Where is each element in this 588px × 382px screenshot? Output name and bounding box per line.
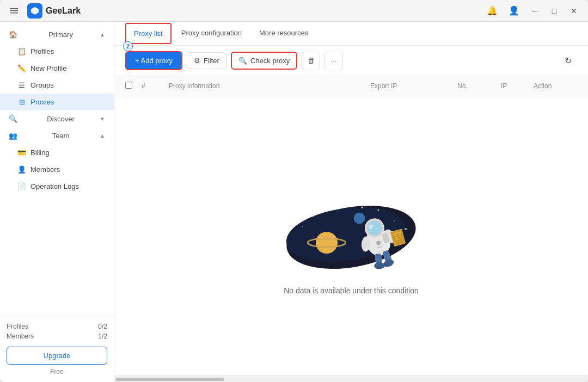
sidebar-section-discover[interactable]: 🔍 Discover ▼: [0, 110, 114, 127]
empty-state: No data is available under this conditio…: [114, 96, 588, 375]
tab-proxy-configuration[interactable]: Proxy configuration: [174, 23, 249, 44]
empty-state-message: No data is available under this conditio…: [284, 286, 419, 295]
svg-rect-1: [10, 10, 18, 11]
members-label: Members: [30, 165, 60, 174]
tab-more-resources[interactable]: More resources: [252, 23, 316, 44]
delete-button[interactable]: 🗑: [302, 52, 320, 70]
content-area: Proxy list Proxy configuration More reso…: [114, 22, 588, 382]
app-name: GeeLark: [46, 6, 81, 16]
col-action-header: Action: [534, 82, 577, 90]
col-check: [125, 82, 142, 90]
profiles-usage-value: 0/2: [98, 323, 107, 330]
svg-rect-2: [10, 13, 18, 14]
astronaut-illustration: [270, 177, 433, 275]
profiles-label: Profiles: [30, 47, 54, 56]
main-layout: 🏠 Primary ▲ 📋 Profiles ✏️ New Profile ☰ …: [0, 22, 588, 382]
refresh-icon: ↻: [565, 56, 572, 66]
sidebar-item-billing[interactable]: 💳 Billing: [0, 144, 114, 161]
more-options-button[interactable]: ···: [324, 52, 343, 70]
team-section-label: Team: [52, 132, 70, 140]
tabs-container: Proxy list Proxy configuration More reso…: [114, 22, 588, 46]
table-header: # Proxy information Export IP No. IP Act…: [114, 76, 588, 96]
sidebar-item-members[interactable]: 👤 Members: [0, 161, 114, 178]
select-all-checkbox[interactable]: [125, 82, 132, 89]
add-proxy-button[interactable]: + Add proxy: [125, 51, 182, 70]
svg-point-10: [405, 228, 407, 230]
titlebar: GeeLark 🔔 👤 ─ □ ✕: [0, 0, 588, 22]
minimize-button[interactable]: ─: [527, 3, 542, 19]
titlebar-right: 🔔 👤 ─ □ ✕: [483, 2, 581, 20]
profiles-icon: 📋: [17, 47, 26, 56]
operation-logs-label: Operation Logs: [30, 182, 79, 190]
app-window: GeeLark 🔔 👤 ─ □ ✕ 🏠 Primary ▲ 📋: [0, 0, 588, 382]
check-proxy-search-icon: 🔍: [238, 57, 247, 65]
primary-section-label: Primary: [48, 30, 73, 39]
check-proxy-label: Check proxy: [250, 57, 290, 65]
filter-label: Filter: [204, 57, 219, 65]
members-usage-value: 1/2: [98, 332, 107, 340]
col-ip-header: IP: [501, 82, 534, 90]
refresh-button[interactable]: ↻: [559, 52, 577, 70]
sidebar-footer: Profiles 0/2 Members 1/2 Upgrade Free: [0, 316, 114, 382]
svg-point-9: [362, 206, 363, 208]
close-button[interactable]: ✕: [566, 3, 581, 19]
sidebar-content: 🏠 Primary ▲ 📋 Profiles ✏️ New Profile ☰ …: [0, 22, 114, 316]
sidebar-item-proxies[interactable]: ⊞ Proxies: [0, 94, 114, 110]
new-profile-label: New Profile: [30, 64, 66, 72]
sidebar-item-profiles[interactable]: 📋 Profiles: [0, 43, 114, 60]
proxies-icon: ⊞: [17, 98, 26, 106]
new-profile-icon: ✏️: [17, 64, 26, 72]
members-usage-label: Members: [7, 332, 34, 340]
groups-label: Groups: [30, 81, 54, 89]
operation-logs-icon: 📄: [17, 182, 26, 190]
sidebar: 🏠 Primary ▲ 📋 Profiles ✏️ New Profile ☰ …: [0, 22, 114, 382]
delete-icon: 🗑: [308, 57, 315, 65]
scrollbar-area: [114, 375, 588, 382]
sidebar-item-operation-logs[interactable]: 📄 Operation Logs: [0, 178, 114, 195]
toolbar: 2 + Add proxy ⚙ Filter 🔍 Check proxy 🗑 ·…: [114, 46, 588, 76]
team-chevron: ▲: [100, 133, 105, 139]
sidebar-section-primary[interactable]: 🏠 Primary ▲: [0, 26, 114, 43]
billing-label: Billing: [30, 149, 50, 157]
more-icon: ···: [331, 57, 337, 65]
titlebar-left: GeeLark: [7, 3, 81, 19]
notification-button[interactable]: 🔔: [483, 2, 501, 20]
svg-point-11: [316, 232, 338, 254]
check-proxy-button[interactable]: 🔍 Check proxy: [231, 52, 297, 70]
profiles-usage-label: Profiles: [7, 323, 28, 330]
col-number-header: #: [142, 82, 169, 90]
sidebar-section-team[interactable]: 👥 Team ▲: [0, 127, 114, 144]
proxies-label: Proxies: [30, 98, 54, 106]
col-no-header: No.: [457, 82, 501, 90]
discover-chevron: ▼: [100, 116, 105, 122]
primary-section-icon: 🏠: [9, 30, 17, 39]
sidebar-item-new-profile[interactable]: ✏️ New Profile: [0, 60, 114, 77]
upgrade-button[interactable]: Upgrade: [7, 347, 107, 365]
primary-chevron: ▲: [100, 32, 105, 38]
sidebar-item-groups[interactable]: ☰ Groups: [0, 77, 114, 94]
team-section-icon: 👥: [9, 132, 17, 140]
members-icon: 👤: [17, 165, 26, 174]
sidebar-toggle-button[interactable]: [7, 3, 22, 19]
groups-icon: ☰: [17, 81, 26, 89]
discover-section-label: Discover: [47, 115, 75, 123]
svg-point-7: [394, 220, 395, 221]
maximize-button[interactable]: □: [547, 3, 562, 19]
tab-proxy-list[interactable]: Proxy list: [125, 23, 171, 44]
filter-icon: ⚙: [194, 57, 200, 65]
svg-point-6: [378, 209, 379, 211]
col-export-header: Export IP: [370, 82, 457, 90]
profiles-usage-row: Profiles 0/2: [7, 323, 107, 330]
plan-label: Free: [7, 368, 107, 375]
billing-icon: 💳: [17, 149, 26, 157]
app-logo: GeeLark: [27, 3, 81, 19]
user-avatar-button[interactable]: 👤: [505, 2, 523, 20]
members-usage-row: Members 1/2: [7, 332, 107, 340]
col-info-header: Proxy information: [169, 82, 370, 90]
svg-point-8: [302, 226, 303, 227]
discover-section-icon: 🔍: [9, 115, 17, 123]
scrollbar-thumb[interactable]: [115, 378, 224, 381]
logo-icon: [27, 3, 42, 19]
step2-indicator: 2: [123, 41, 133, 51]
filter-button[interactable]: ⚙ Filter: [187, 52, 226, 69]
